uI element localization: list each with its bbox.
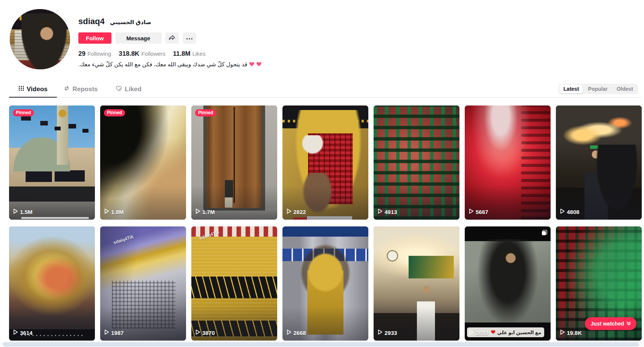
video-tile[interactable]: Pinned 1.7M (191, 105, 277, 220)
video-tile[interactable]: 2933 (374, 226, 459, 341)
profile-stats: 29 Following 318.8K Followers 11.8M Like… (78, 50, 262, 58)
tab-videos-label: Videos (27, 86, 47, 93)
view-count: 1987 (104, 329, 124, 336)
grid-icon (18, 86, 24, 93)
message-button[interactable]: Message (115, 32, 162, 44)
stat-following[interactable]: 29 Following (78, 50, 111, 58)
video-tile[interactable]: 5667 (465, 105, 551, 220)
play-icon (13, 329, 18, 336)
video-thumbnail (191, 105, 277, 220)
video-thumbnail (465, 105, 551, 220)
photo-mode-icon (542, 230, 547, 237)
play-icon (378, 329, 383, 336)
pinned-badge: Pinned (104, 109, 125, 116)
view-count-value: 5667 (476, 209, 488, 215)
stat-following-value: 29 (78, 50, 85, 58)
stat-likes-label: Likes (192, 50, 206, 57)
heart-lock-icon (116, 86, 122, 93)
tab-liked-label: Liked (125, 86, 141, 93)
view-count-value: 3614 (20, 330, 32, 336)
profile-avatar[interactable] (10, 9, 70, 69)
video-tile[interactable]: sdaiq4Tik 1987 (100, 226, 186, 341)
video-tile[interactable]: 4913 (374, 105, 459, 220)
video-thumbnail (191, 226, 277, 341)
play-icon (195, 329, 200, 336)
view-count-value: 2822 (293, 209, 306, 215)
view-count-value: 2693 (476, 330, 488, 336)
play-icon (287, 208, 291, 215)
view-count: 4913 (378, 208, 397, 215)
stat-following-label: Following (87, 50, 111, 57)
play-icon (469, 329, 474, 336)
sort-popular[interactable]: Popular (584, 84, 612, 93)
profile-nickname: صادق الحسيني (110, 19, 151, 26)
share-icon (168, 34, 176, 42)
play-icon (469, 208, 474, 215)
video-thumbnail (100, 105, 186, 220)
profile-title-row: sdiaq4 صادق الحسيني (78, 17, 262, 26)
video-tile[interactable]: مع الحسين ابو علي 2693 (465, 226, 551, 341)
video-thumbnail (374, 105, 459, 220)
video-tile[interactable]: 2822 (282, 105, 368, 220)
view-count: 1.7M (195, 208, 215, 215)
view-count-value: 1987 (111, 330, 124, 336)
just-watched-button[interactable]: Just watched (585, 317, 636, 330)
view-count: 3614 (13, 329, 32, 336)
share-button[interactable] (165, 32, 179, 44)
avatar-image (10, 9, 70, 69)
play-icon (104, 208, 109, 215)
play-icon (560, 208, 565, 215)
view-count: 2822 (287, 208, 306, 215)
repost-icon (64, 86, 70, 93)
stat-followers[interactable]: 318.8K Followers (119, 50, 165, 58)
broken-heart-icon (491, 329, 496, 336)
video-tile[interactable]: Pinned 1.5M (9, 105, 95, 220)
video-tile[interactable]: 2668 (282, 226, 368, 341)
video-tile[interactable]: 3614 (9, 226, 95, 341)
video-thumbnail (556, 105, 642, 220)
view-count-value: 2933 (385, 330, 397, 336)
chevron-double-down-icon (627, 321, 631, 327)
view-count-value: 4913 (385, 209, 397, 215)
play-icon (287, 329, 291, 336)
video-progress-bar[interactable] (21, 217, 89, 219)
profile-actions: Follow Message (78, 32, 262, 44)
video-thumbnail (374, 226, 459, 341)
view-count: 4808 (560, 208, 579, 215)
view-count: 19.8K (560, 329, 582, 336)
sort-oldest[interactable]: Oldest (612, 84, 637, 93)
profile-bio: قد يتحول كلّ شي ضدك ويبقى الله معك، فكن … (78, 61, 262, 68)
tab-videos[interactable]: Videos (9, 81, 57, 97)
more-button[interactable] (183, 32, 196, 44)
heart-icon (256, 61, 262, 68)
pinned-badge: Pinned (13, 109, 34, 116)
sort-latest[interactable]: Latest (559, 84, 583, 93)
play-icon (560, 329, 565, 336)
view-count-value: 3870 (202, 330, 215, 336)
heart-icon (249, 61, 255, 68)
view-count: 2933 (378, 329, 397, 336)
video-thumbnail (282, 105, 368, 220)
play-icon (378, 208, 383, 215)
view-count: 1.8M (104, 208, 124, 215)
view-count-value: 2668 (293, 330, 306, 336)
tab-liked[interactable]: Liked (105, 81, 153, 97)
video-tile[interactable]: Just watched 19.8K (556, 226, 642, 341)
tab-reposts-label: Reposts (72, 86, 98, 93)
pinned-badge: Pinned (195, 109, 216, 116)
play-icon (104, 329, 109, 336)
more-icon (186, 35, 193, 41)
horizontal-scrollbar-track[interactable] (0, 342, 644, 347)
stat-followers-label: Followers (141, 50, 165, 57)
tab-reposts[interactable]: Reposts (57, 81, 105, 97)
view-count-value: 1.5M (20, 209, 32, 215)
horizontal-scrollbar-thumb[interactable] (3, 342, 639, 346)
play-icon (195, 208, 200, 215)
stat-likes[interactable]: 11.8M Likes (173, 50, 205, 58)
video-tile[interactable]: 4808 (556, 105, 642, 220)
video-tile[interactable]: Pinned 1.8M (100, 105, 186, 220)
caption-text: مع الحسين ابو علي (497, 330, 541, 335)
follow-button[interactable]: Follow (78, 32, 111, 44)
video-tile[interactable]: sdaiq4Tik 3870 (191, 226, 277, 341)
stat-likes-value: 11.8M (173, 50, 190, 58)
